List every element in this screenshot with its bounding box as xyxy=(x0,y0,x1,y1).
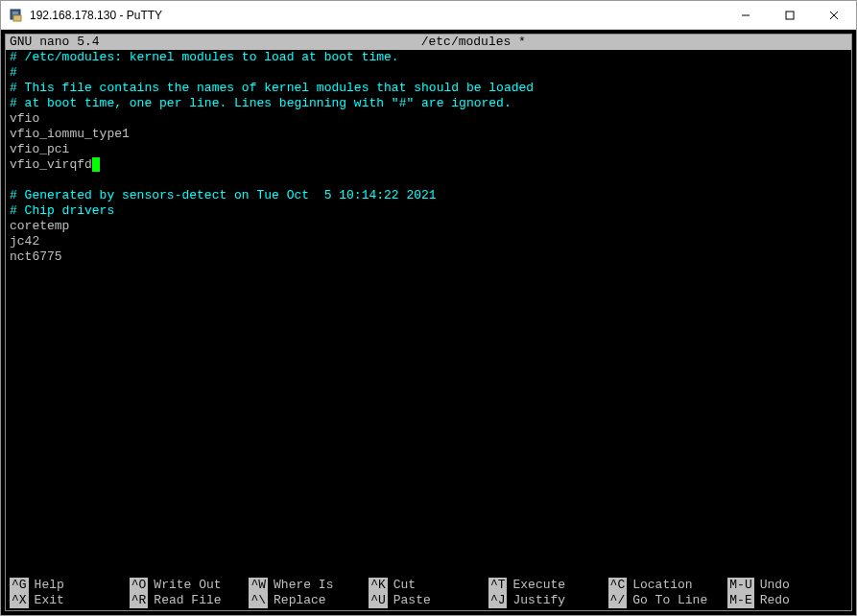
shortcut-item: ^WWhere Is xyxy=(249,578,369,593)
editor-line[interactable]: vfio_iommu_type1 xyxy=(10,127,847,142)
editor-line[interactable]: # /etc/modules: kernel modules to load a… xyxy=(10,50,847,65)
shortcut-desc: Write Out xyxy=(154,578,221,593)
putty-icon xyxy=(9,8,24,23)
comment-text: # xyxy=(10,65,17,81)
editor-line[interactable]: nct6775 xyxy=(10,249,847,265)
nano-file-title: /etc/modules * xyxy=(138,35,809,50)
putty-window: 192.168.178.130 - PuTTY GNU nano 5.4 /et… xyxy=(0,0,857,616)
svg-rect-4 xyxy=(786,12,794,19)
shortcut-key: ^K xyxy=(369,578,388,593)
shortcut-key: ^T xyxy=(488,578,508,593)
shortcut-item: ^CLocation xyxy=(608,578,728,593)
editor-body[interactable]: # /etc/modules: kernel modules to load a… xyxy=(6,50,851,578)
shortcut-item: M-ERedo xyxy=(727,593,847,608)
shortcut-desc: Cut xyxy=(393,578,416,593)
shortcut-key: ^/ xyxy=(608,593,628,608)
code-text: nct6775 xyxy=(10,249,62,265)
shortcut-item: ^RRead File xyxy=(130,593,250,608)
shortcut-key: ^O xyxy=(130,578,149,593)
shortcut-key: ^G xyxy=(10,578,29,593)
shortcut-desc: Where Is xyxy=(274,578,333,593)
shortcut-item: ^UPaste xyxy=(369,593,488,608)
code-text: vfio_virqfd xyxy=(10,157,92,173)
shortcut-item: ^JJustify xyxy=(488,593,608,608)
window-title: 192.168.178.130 - PuTTY xyxy=(30,9,724,22)
shortcut-item: ^\Replace xyxy=(249,593,369,608)
shortcut-key: ^C xyxy=(608,578,628,593)
code-text: coretemp xyxy=(10,219,69,234)
shortcut-row-2: ^XExit^RRead File^\Replace^UPaste^JJusti… xyxy=(10,593,847,608)
shortcut-desc: Paste xyxy=(393,593,431,608)
editor-line[interactable] xyxy=(10,173,847,188)
comment-text: # Chip drivers xyxy=(10,203,114,219)
shortcut-key: ^U xyxy=(369,593,388,608)
svg-rect-1 xyxy=(13,15,21,21)
shortcut-item: ^XExit xyxy=(10,593,130,608)
shortcut-item: ^OWrite Out xyxy=(130,578,250,593)
editor-line[interactable]: # This file contains the names of kernel… xyxy=(10,81,847,96)
comment-text: # /etc/modules: kernel modules to load a… xyxy=(10,50,399,65)
shortcut-item: ^GHelp xyxy=(10,578,130,593)
shortcut-desc: Justify xyxy=(512,593,565,608)
shortcut-desc: Redo xyxy=(760,593,790,608)
editor-line[interactable]: vfio xyxy=(10,111,847,127)
code-text: vfio_pci xyxy=(10,142,69,157)
maximize-button[interactable] xyxy=(768,1,812,30)
shortcut-item: M-UUndo xyxy=(727,578,847,593)
shortcut-desc: Help xyxy=(35,578,64,593)
editor-line[interactable]: vfio_virqfd xyxy=(10,157,847,173)
shortcut-desc: Go To Line xyxy=(632,593,707,608)
shortcut-desc: Undo xyxy=(760,578,790,593)
window-controls xyxy=(724,1,856,30)
editor-line[interactable]: vfio_pci xyxy=(10,142,847,157)
shortcut-key: ^W xyxy=(249,578,268,593)
comment-text: # This file contains the names of kernel… xyxy=(10,81,534,96)
shortcut-key: ^\ xyxy=(249,593,268,608)
terminal-container: GNU nano 5.4 /etc/modules * # /etc/modul… xyxy=(1,30,856,615)
shortcut-key: M-E xyxy=(727,593,753,608)
shortcut-key: ^R xyxy=(130,593,149,608)
editor-line[interactable]: # Generated by sensors-detect on Tue Oct… xyxy=(10,188,847,203)
editor-line[interactable]: jc42 xyxy=(10,234,847,249)
nano-shortcuts: ^GHelp^OWrite Out^WWhere Is^KCut^TExecut… xyxy=(6,578,851,610)
comment-text: # Generated by sensors-detect on Tue Oct… xyxy=(10,188,437,203)
shortcut-item: ^/Go To Line xyxy=(608,593,728,608)
nano-header: GNU nano 5.4 /etc/modules * xyxy=(6,35,851,50)
titlebar[interactable]: 192.168.178.130 - PuTTY xyxy=(1,1,856,30)
nano-version: GNU nano 5.4 xyxy=(10,35,138,50)
shortcut-desc: Exit xyxy=(35,593,64,608)
shortcut-desc: Replace xyxy=(274,593,326,608)
editor-line[interactable]: coretemp xyxy=(10,219,847,234)
cursor xyxy=(92,157,100,172)
shortcut-desc: Read File xyxy=(154,593,221,608)
shortcut-key: ^X xyxy=(10,593,29,608)
shortcut-desc: Execute xyxy=(512,578,565,593)
code-text: vfio_iommu_type1 xyxy=(10,127,130,142)
editor-line[interactable]: # at boot time, one per line. Lines begi… xyxy=(10,96,847,111)
minimize-button[interactable] xyxy=(724,1,768,30)
comment-text: # at boot time, one per line. Lines begi… xyxy=(10,96,512,111)
terminal[interactable]: GNU nano 5.4 /etc/modules * # /etc/modul… xyxy=(5,34,852,611)
code-text: jc42 xyxy=(10,234,39,249)
shortcut-key: M-U xyxy=(727,578,753,593)
nano-header-right xyxy=(809,35,847,50)
shortcut-item: ^TExecute xyxy=(488,578,608,593)
code-text: vfio xyxy=(10,111,39,127)
editor-line[interactable]: # xyxy=(10,65,847,81)
shortcut-desc: Location xyxy=(632,578,692,593)
shortcut-key: ^J xyxy=(488,593,508,608)
editor-line[interactable]: # Chip drivers xyxy=(10,203,847,219)
shortcut-item: ^KCut xyxy=(369,578,488,593)
close-button[interactable] xyxy=(812,1,856,30)
shortcut-row-1: ^GHelp^OWrite Out^WWhere Is^KCut^TExecut… xyxy=(10,578,847,593)
svg-rect-2 xyxy=(12,12,18,14)
